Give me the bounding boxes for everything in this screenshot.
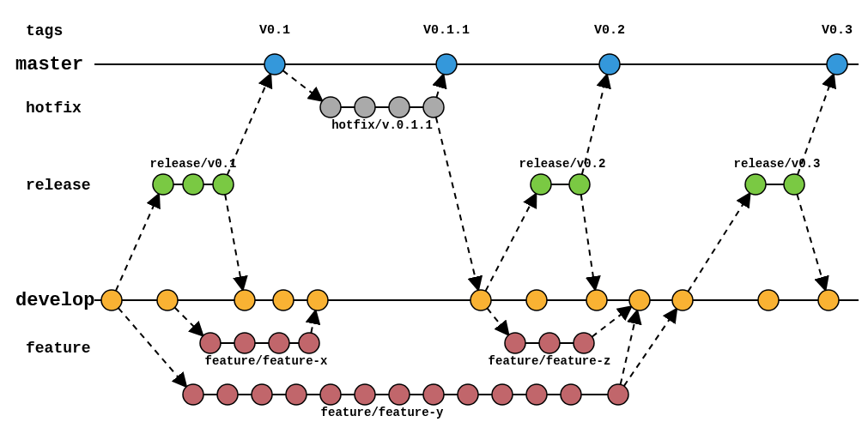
develop-commit-9: [672, 290, 693, 310]
arrow-6: [486, 195, 536, 291]
arrow-18: [624, 310, 676, 387]
lane-label-master: master: [15, 54, 83, 75]
lane-label-release: release: [26, 177, 91, 194]
branch-label-rel03: release/v0.3: [734, 157, 821, 171]
develop-commit-2: [234, 290, 255, 310]
branch-label-rel02: release/v0.2: [519, 157, 606, 171]
lane-label-tags: tags: [26, 22, 63, 39]
arrow-13: [311, 312, 315, 334]
branch-label-rel01: release/v0.1: [150, 157, 237, 171]
branch-label-fx: feature/feature-x: [205, 354, 328, 368]
lane-label-develop: develop: [15, 290, 94, 311]
arrow-8: [581, 195, 595, 288]
develop-commit-10: [758, 290, 779, 310]
feature-y-commit-7: [423, 384, 444, 405]
feature-x-commit-0: [200, 333, 221, 353]
develop-commit-1: [157, 290, 178, 310]
arrow-5: [436, 118, 478, 289]
develop-commit-3: [273, 290, 294, 310]
feature-z-commit-0: [505, 333, 525, 353]
hotfix-commit-2: [389, 97, 410, 118]
release-b-commit-0: [531, 174, 551, 195]
feature-x-commit-3: [299, 333, 319, 353]
master-commit-0: [264, 54, 285, 75]
hotfix-commit-0: [320, 97, 341, 118]
master-commit-1: [436, 54, 457, 75]
arrow-2: [225, 195, 242, 288]
feature-y-commit-4: [320, 384, 341, 405]
develop-commit-4: [307, 290, 328, 310]
arrow-15: [592, 308, 630, 337]
branch-label-fy: feature/feature-y: [321, 406, 444, 419]
tag-V0.3: V0.3: [822, 23, 853, 38]
feature-x-commit-2: [269, 333, 289, 353]
feature-y-commit-5: [355, 384, 375, 405]
release-c-commit-0: [745, 174, 766, 195]
release-a-commit-0: [153, 174, 173, 195]
master-commit-2: [599, 54, 620, 75]
branch-label-fz: feature/feature-z: [489, 354, 611, 368]
feature-y-commit-1: [217, 384, 238, 405]
tag-V0.1.1: V0.1.1: [423, 23, 470, 38]
develop-commit-8: [629, 290, 650, 310]
develop-commit-0: [101, 290, 122, 310]
release-b-commit-1: [569, 174, 590, 195]
feature-y-commit-12: [608, 384, 628, 405]
feature-z-commit-1: [539, 333, 560, 353]
release-a-commit-2: [213, 174, 234, 195]
feature-z-commit-2: [574, 333, 594, 353]
release-c-commit-1: [784, 174, 804, 195]
develop-commit-11: [818, 290, 839, 310]
develop-commit-5: [470, 290, 491, 310]
develop-commit-6: [526, 290, 547, 310]
feature-y-commit-6: [389, 384, 410, 405]
arrow-17: [621, 312, 637, 385]
tag-V0.2: V0.2: [594, 23, 625, 38]
feature-x-commit-1: [234, 333, 255, 353]
arrow-16: [118, 308, 185, 385]
branch-label-hf: hotfix/v.0.1.1: [331, 118, 433, 132]
feature-y-commit-8: [458, 384, 478, 405]
feature-y-commit-10: [526, 384, 547, 405]
arrow-4: [436, 75, 443, 97]
feature-y-commit-11: [561, 384, 581, 405]
feature-y-commit-9: [492, 384, 513, 405]
feature-y-commit-0: [183, 384, 203, 405]
lane-label-feature: feature: [26, 340, 91, 357]
arrow-14: [487, 308, 507, 334]
arrow-12: [174, 307, 202, 334]
hotfix-commit-3: [423, 97, 444, 118]
arrow-11: [797, 195, 825, 289]
feature-y-commit-2: [252, 384, 272, 405]
lane-label-hotfix: hotfix: [26, 99, 82, 117]
master-commit-3: [827, 54, 847, 75]
develop-commit-7: [586, 290, 607, 310]
feature-y-commit-3: [286, 384, 307, 405]
hotfix-commit-1: [355, 97, 375, 118]
arrow-9: [688, 195, 749, 292]
tag-V0.1: V0.1: [259, 23, 290, 38]
release-a-commit-1: [183, 174, 203, 195]
arrow-3: [283, 70, 321, 99]
arrow-0: [116, 196, 158, 291]
